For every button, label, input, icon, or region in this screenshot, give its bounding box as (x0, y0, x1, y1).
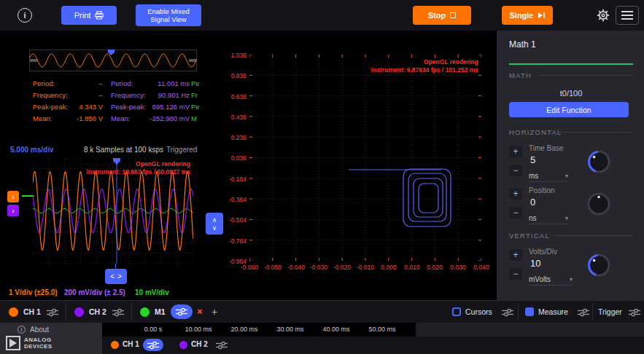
measurement-value: -252.980 mV (149, 114, 190, 122)
ruler-tick: 50.00 ms (360, 326, 404, 333)
measurement-row: Frequency:-- (33, 89, 106, 101)
background-window-sidebar: i About ANALOG DEVICES (0, 323, 102, 354)
m1-close-button[interactable]: × (197, 307, 203, 316)
measurement-value: 11.001 ms (149, 79, 190, 87)
x-axis-tick: -0.010 (354, 264, 377, 271)
measurement-label: Period: (33, 79, 71, 87)
x-axis-tick: 0.020 (423, 264, 446, 271)
position-increment-button[interactable]: + (509, 188, 522, 200)
ch1-vdiv-readout: 1 V/div (±25.0) (9, 288, 58, 296)
measurement-row: Frequency:90.901 Hz (111, 89, 191, 101)
preview-scroll-handle-left[interactable] (30, 59, 37, 62)
measure-label[interactable]: Measure (538, 307, 568, 316)
measurement-value: 4.343 V (71, 103, 103, 111)
m1-color-dot (140, 307, 150, 317)
measurement-value: 90.901 Hz (149, 91, 190, 99)
print-button[interactable]: Print (61, 6, 117, 25)
x-axis-tick: -0.060 (238, 264, 261, 271)
logo-text-analog: ANALOG (24, 337, 52, 343)
sample-rate-readout: 8 k Samples at 100 ksps (84, 146, 163, 154)
section-divider (559, 132, 633, 133)
position-knob[interactable] (586, 191, 612, 217)
x-axis-tick: -0.020 (330, 264, 354, 271)
position-value[interactable]: 0 (530, 197, 535, 208)
bg-ch2-settings-icon[interactable] (216, 341, 228, 350)
add-channel-button[interactable]: + (212, 307, 217, 317)
ch2-tab[interactable]: CH 2 (89, 307, 106, 316)
scope-plot[interactable]: OpenGL rendering instrument: 19.967 fps … (33, 158, 193, 264)
plot-area: Period:-- Frequency:-- Peak-peak:4.343 V… (0, 31, 496, 300)
time-cursor-handle[interactable] (113, 158, 120, 165)
info-icon[interactable]: i (18, 8, 32, 23)
stop-button[interactable]: Stop (413, 6, 471, 25)
time-ruler: 0.00 s 10.00 ms 20.00 ms 30.00 ms 40.00 … (102, 323, 416, 337)
voltsdiv-value[interactable]: 10 (530, 258, 540, 269)
measurement-label: Pe (191, 103, 200, 111)
section-math-label: MATH (509, 71, 532, 79)
measurements-m1-clipped: Pe Fr Pe M (191, 77, 203, 124)
measurement-label: Mean: (33, 114, 71, 122)
ch1-tab[interactable]: CH 1 (23, 307, 41, 316)
waveform-preview[interactable] (29, 50, 197, 71)
about-button[interactable]: i About (18, 326, 49, 334)
enable-mixed-signal-button[interactable]: Enable Mixed Signal View (136, 4, 201, 26)
y-axis-tick: 0.836 (219, 72, 247, 79)
measure-settings-icon[interactable] (578, 308, 589, 317)
measurement-label: Peak-peak: (33, 103, 71, 111)
horizontal-scroll-button[interactable]: < > (105, 269, 127, 284)
position-unit-dropdown[interactable]: ns ▾ (529, 213, 568, 224)
single-label: Single (509, 11, 533, 20)
measurement-label: Period: (111, 79, 149, 87)
trigger-settings-icon[interactable] (629, 308, 640, 317)
xy-plot[interactable]: 1.036 0.836 0.636 0.436 0.236 0.036 -0.1… (219, 50, 486, 275)
measure-checkbox[interactable] (525, 307, 534, 316)
cursors-settings-icon[interactable] (502, 308, 513, 317)
cursors-checkbox[interactable] (452, 307, 461, 316)
measurement-row: Pe (191, 101, 203, 112)
hamburger-menu-button[interactable] (616, 6, 639, 25)
voltsdiv-increment-button[interactable]: + (509, 249, 522, 261)
ch2-color-dot (74, 307, 84, 317)
logo-text-devices: DEVICES (24, 343, 53, 350)
single-button[interactable]: Single (502, 6, 553, 25)
timebase-increment-button[interactable]: + (509, 146, 522, 157)
voltsdiv-decrement-button[interactable]: − (509, 268, 522, 280)
bg-ch1-label[interactable]: CH 1 (123, 340, 139, 348)
measurement-row: Mean:-252.980 mV (111, 112, 191, 124)
handle-arrow: › (12, 193, 14, 201)
chevron-left-icon: < (110, 272, 115, 280)
position-decrement-button[interactable]: − (509, 207, 522, 219)
ch2-offset-handle[interactable]: › (7, 205, 19, 216)
measurement-value: 695.126 mV (149, 103, 190, 111)
preview-scroll-handle-right[interactable] (189, 59, 196, 62)
timebase-value[interactable]: 5 (530, 154, 535, 165)
time-cursor-extension (115, 264, 116, 269)
ch2-settings-icon[interactable] (112, 308, 124, 317)
x-axis-tick: 0.010 (400, 264, 424, 271)
adi-logo-icon (6, 336, 20, 350)
edit-function-button[interactable]: Edit Function (509, 102, 629, 117)
timebase-decrement-button[interactable]: − (509, 165, 522, 176)
y-axis-tick: 0.036 (219, 154, 247, 162)
voltsdiv-unit-dropdown[interactable]: mVolts ▾ (529, 274, 573, 286)
gear-icon[interactable] (595, 7, 611, 23)
m1-tab[interactable]: M1 (155, 307, 166, 316)
ch1-offset-handle[interactable]: › (7, 191, 19, 202)
trigger-label[interactable]: Trigger (598, 307, 622, 316)
m1-vdiv-readout: 10 mV/div (135, 288, 169, 296)
background-window-strip (416, 323, 644, 337)
timebase-knob[interactable] (586, 149, 612, 175)
printer-icon (95, 11, 104, 20)
m1-settings-button[interactable] (171, 304, 193, 319)
position-label: Position (529, 186, 555, 194)
ch1-settings-icon[interactable] (47, 308, 58, 317)
bg-ch1-settings-button[interactable] (143, 339, 163, 351)
x-axis-tick: 0.030 (446, 264, 470, 271)
cursors-label[interactable]: Cursors (465, 307, 492, 316)
measurement-row: M (191, 112, 203, 124)
stop-label: Stop (428, 11, 446, 20)
bg-ch2-label[interactable]: CH 2 (191, 340, 208, 348)
voltsdiv-knob[interactable] (586, 252, 612, 278)
measurement-label: Mean: (111, 114, 149, 122)
timebase-unit-dropdown[interactable]: ms ▾ (529, 170, 568, 182)
